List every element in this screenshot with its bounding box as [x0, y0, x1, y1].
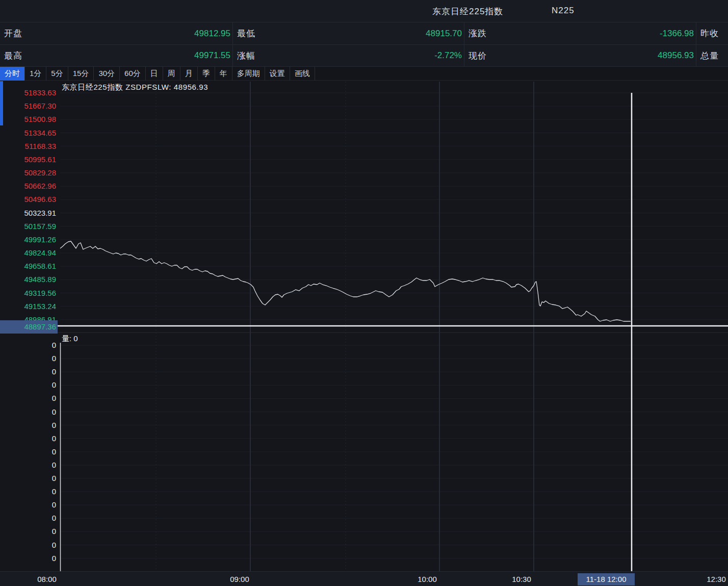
crosshair-price-chip: 48897.36 — [0, 320, 58, 334]
volume-tick: 0 — [0, 541, 56, 550]
price-tick: 50496.63 — [0, 195, 56, 204]
volume-tick: 0 — [0, 527, 56, 536]
volume-tick: 0 — [0, 367, 56, 376]
time-tick: 10:30 — [512, 575, 531, 583]
time-tick: 09:00 — [230, 575, 249, 583]
price-tick: 49485.89 — [0, 275, 56, 284]
price-tick: 49153.24 — [0, 302, 56, 311]
chart-overlay-title: 东京日经225指数 ZSDPFSLW: 48956.93 — [62, 83, 208, 92]
volume-tick: 0 — [0, 380, 56, 390]
price-tick: 49658.61 — [0, 262, 56, 271]
price-tick: 49824.94 — [0, 248, 56, 258]
volume-tick: 0 — [0, 447, 56, 456]
time-tick: 08:00 — [37, 575, 57, 583]
time-tick: 12:30 — [707, 575, 726, 583]
price-tick: 50995.61 — [0, 155, 56, 164]
volume-tick: 0 — [0, 500, 56, 509]
left-scrollbar-thumb[interactable] — [0, 81, 3, 125]
volume-tick: 0 — [0, 421, 56, 430]
price-tick: 50157.59 — [0, 222, 56, 231]
price-tick: 50662.96 — [0, 182, 56, 191]
price-tick: 51168.33 — [0, 142, 56, 151]
volume-tick: 0 — [0, 554, 56, 563]
volume-current-label: 量: 0 — [62, 334, 78, 344]
volume-tick: 0 — [0, 354, 56, 363]
volume-tick: 0 — [0, 341, 56, 350]
volume-tick: 0 — [0, 487, 56, 496]
volume-tick: 0 — [0, 474, 56, 483]
time-tick: 10:00 — [418, 575, 437, 583]
price-tick: 51500.98 — [0, 115, 56, 124]
price-tick: 49319.56 — [0, 289, 56, 298]
volume-tick: 0 — [0, 407, 56, 417]
price-tick: 51334.65 — [0, 129, 56, 138]
crosshair-time-chip: 11-18 12:00 — [578, 573, 635, 585]
price-tick: 50323.91 — [0, 209, 56, 218]
volume-tick: 0 — [0, 461, 56, 470]
price-tick: 51667.30 — [0, 101, 56, 111]
volume-tick: 0 — [0, 434, 56, 443]
price-tick: 49991.26 — [0, 235, 56, 244]
volume-tick: 0 — [0, 394, 56, 403]
trading-app-window: 东京日经225指数 N225 开盘49812.95最低48915.70涨跌-13… — [0, 0, 728, 586]
volume-tick: 0 — [0, 514, 56, 523]
price-tick: 50829.28 — [0, 168, 56, 177]
price-tick: 51833.63 — [0, 88, 56, 97]
